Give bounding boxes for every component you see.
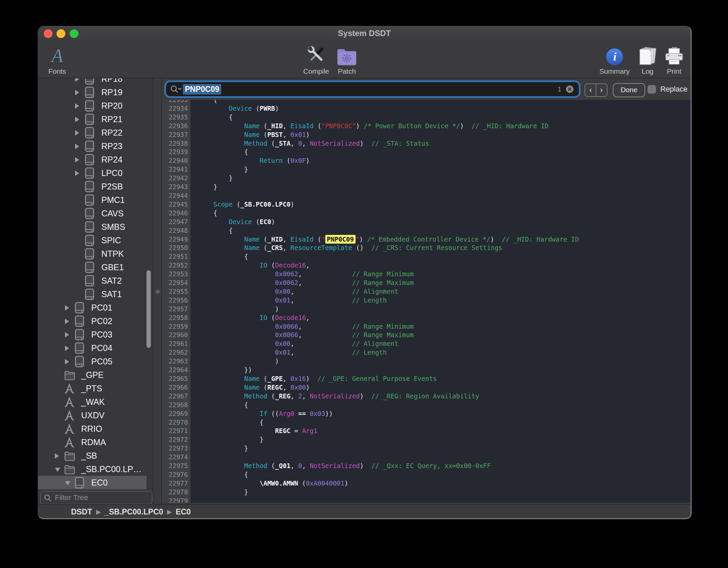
line-number: 22937 xyxy=(169,131,188,139)
find-previous-button[interactable]: ‹ xyxy=(585,83,596,97)
tree-label: UXDV xyxy=(81,409,104,422)
tree-row--wak[interactable]: _WAK xyxy=(38,395,146,409)
done-button[interactable]: Done xyxy=(613,83,645,97)
tree-row-smbs[interactable]: SMBS xyxy=(38,220,146,234)
summary-button[interactable]: i Summary xyxy=(596,42,633,75)
device-icon xyxy=(74,355,85,368)
tree-label: SMBS xyxy=(101,220,125,234)
tree-row-rp23[interactable]: RP23 xyxy=(38,139,146,153)
tree-label: SPIC xyxy=(101,234,121,247)
print-button[interactable]: Print xyxy=(656,42,692,75)
line-number: 22939 xyxy=(169,148,188,156)
splitter-handle-icon[interactable] xyxy=(156,290,160,294)
tree-row-sat2[interactable]: SAT2 xyxy=(38,274,146,287)
patch-button[interactable]: Patch xyxy=(328,42,365,75)
disclosure-closed-icon[interactable] xyxy=(65,319,69,324)
tree-label: _WAK xyxy=(81,395,105,409)
code-line: { xyxy=(198,100,579,104)
disclosure-closed-icon[interactable] xyxy=(75,117,79,122)
disclosure-open-icon[interactable] xyxy=(55,468,60,472)
tree-row-lpc0[interactable]: LPC0 xyxy=(38,166,146,180)
disclosure-closed-icon[interactable] xyxy=(75,171,79,176)
tree-row--sb[interactable]: _SB xyxy=(38,449,146,462)
disclosure-closed-icon[interactable] xyxy=(75,90,79,95)
tree-row-rdma[interactable]: RDMA xyxy=(38,435,146,449)
clear-search-icon[interactable] xyxy=(565,85,574,94)
code-line: IO (Decode16, xyxy=(198,314,579,322)
tree-row-p2sb[interactable]: P2SB xyxy=(38,180,146,193)
disclosure-closed-icon[interactable] xyxy=(55,453,59,459)
code-line: 0x01, // Length xyxy=(198,296,579,305)
search-magnifier-icon[interactable] xyxy=(170,85,181,94)
disclosure-closed-icon[interactable] xyxy=(65,346,69,351)
fonts-button[interactable]: A Fonts xyxy=(39,42,76,75)
disclosure-closed-icon[interactable] xyxy=(75,130,79,136)
tree-row--pts[interactable]: _PTS xyxy=(38,382,146,395)
tree-row-rp22[interactable]: RP22 xyxy=(38,126,146,139)
device-tree[interactable]: RP18RP19RP20RP21RP22RP23RP24LPC0P2SBPMC1… xyxy=(38,78,153,489)
tree-row-pmc1[interactable]: PMC1 xyxy=(38,193,146,207)
line-number: 22952 xyxy=(169,261,188,270)
tree-label: CAVS xyxy=(101,207,124,220)
folder-icon xyxy=(64,369,75,382)
code-line: Name (REGC, 0x00) xyxy=(198,383,579,392)
breadcrumb-item-device[interactable]: EC0 xyxy=(176,507,191,517)
breadcrumb-item-scope[interactable]: _SB.PC00.LPC0 xyxy=(105,507,163,517)
find-field[interactable]: PNP0C09 1 xyxy=(166,82,579,96)
line-number: 22962 xyxy=(169,348,188,357)
find-next-button[interactable]: › xyxy=(596,83,607,97)
disclosure-closed-icon[interactable] xyxy=(75,157,79,163)
code-line: Device (EC0) xyxy=(198,218,579,226)
tree-row-pc04[interactable]: PC04 xyxy=(38,341,146,355)
tree-row-rp21[interactable]: RP21 xyxy=(38,112,146,126)
code-line: Method (_Q01, 0, NotSerialized) // _Qxx:… xyxy=(198,462,579,470)
disclosure-closed-icon[interactable] xyxy=(65,359,69,364)
device-icon xyxy=(84,100,95,112)
line-number: 22955 xyxy=(169,287,188,296)
device-icon xyxy=(74,315,85,328)
sidebar-scrollbar-thumb[interactable] xyxy=(146,270,151,348)
disclosure-closed-icon[interactable] xyxy=(75,144,79,149)
disclosure-closed-icon[interactable] xyxy=(65,305,69,311)
tree-row-rp19[interactable]: RP19 xyxy=(38,85,146,99)
tree-row-rp18[interactable]: RP18 xyxy=(38,78,146,85)
tree-row-pc05[interactable]: PC05 xyxy=(38,355,146,368)
code-line: REGC = Arg1 xyxy=(198,427,579,435)
tree-row-rp20[interactable]: RP20 xyxy=(38,99,146,112)
breadcrumb-separator-icon: ▶ xyxy=(167,508,172,516)
disclosure-closed-icon[interactable] xyxy=(65,332,69,338)
tree-row-rp24[interactable]: RP24 xyxy=(38,153,146,166)
code-editor[interactable]: { Device (PWRB) { Name (_HID, EisaId ("P… xyxy=(191,100,691,503)
tree-label: _GPE xyxy=(81,368,104,382)
code-line xyxy=(198,497,579,503)
tree-row-uxdv[interactable]: UXDV xyxy=(38,409,146,422)
find-highlight: PNP0C09 xyxy=(325,235,356,244)
method-icon xyxy=(64,436,75,449)
line-number: 22945 xyxy=(169,200,188,209)
splitter[interactable] xyxy=(153,78,162,504)
tree-row--gpe[interactable]: _GPE xyxy=(38,368,146,382)
disclosure-open-icon[interactable] xyxy=(65,481,70,485)
tree-row-spic[interactable]: SPIC xyxy=(38,234,146,247)
replace-checkbox[interactable] xyxy=(648,85,656,94)
disclosure-closed-icon[interactable] xyxy=(75,78,79,82)
tree-row-rrio[interactable]: RRIO xyxy=(38,422,146,435)
tree-row-pc01[interactable]: PC01 xyxy=(38,301,146,314)
line-number: 22948 xyxy=(169,226,188,235)
filter-tree-input[interactable] xyxy=(40,491,153,504)
find-query-text[interactable]: PNP0C09 xyxy=(183,84,221,95)
tree-row--sb-pc00-lp-[interactable]: _SB.PC00.LP… xyxy=(38,462,146,476)
disclosure-closed-icon[interactable] xyxy=(75,103,79,109)
tree-row-gbe1[interactable]: GBE1 xyxy=(38,260,146,274)
tree-row-cavs[interactable]: CAVS xyxy=(38,207,146,220)
tree-row-ntpk[interactable]: NTPK xyxy=(38,247,146,260)
tree-row-ec0[interactable]: EC0 xyxy=(38,476,146,489)
line-number: 22975 xyxy=(169,462,188,470)
tree-row-sat1[interactable]: SAT1 xyxy=(38,287,146,301)
breadcrumb-item-dsdt[interactable]: DSDT xyxy=(71,507,92,517)
tree-row-pc02[interactable]: PC02 xyxy=(38,314,146,328)
titlebar[interactable]: System DSDT xyxy=(38,26,691,40)
code-line: } xyxy=(198,488,579,497)
tree-row-pc03[interactable]: PC03 xyxy=(38,328,146,341)
code-line: { xyxy=(198,252,579,261)
